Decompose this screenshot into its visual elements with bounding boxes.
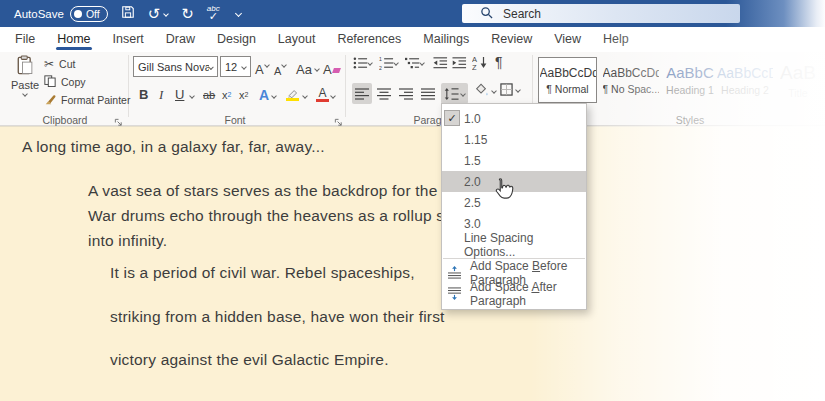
numbering-button[interactable]: 12 — [379, 56, 398, 70]
borders-dropdown-icon — [515, 87, 521, 93]
menu-item-1-0[interactable]: ✓ 1.0 — [442, 108, 586, 129]
numbering-dropdown-icon — [393, 60, 399, 66]
font-color-button[interactable]: A — [316, 84, 329, 105]
spellcheck-icon[interactable]: abc✓ — [207, 6, 223, 22]
grow-font-button[interactable]: A — [255, 56, 269, 77]
undo-dropdown-icon[interactable] — [163, 11, 169, 17]
undo-button[interactable]: ↺ — [148, 6, 169, 21]
increase-indent-button[interactable] — [452, 56, 467, 70]
bold-button[interactable]: B — [139, 84, 148, 105]
tab-draw[interactable]: Draw — [155, 27, 206, 52]
clear-formatting-button[interactable]: A — [323, 56, 340, 77]
group-separator — [345, 55, 346, 117]
bullets-dropdown-icon — [367, 60, 373, 66]
italic-button[interactable]: I — [159, 84, 163, 105]
menu-item-1-5[interactable]: 1.5 — [442, 150, 586, 171]
paste-label: Paste — [11, 79, 39, 91]
shrink-font-button[interactable]: A — [274, 56, 286, 77]
tab-design[interactable]: Design — [206, 27, 267, 52]
word-window: AutoSave Off ↺ ↻ abc✓ — [0, 0, 825, 401]
underline-dropdown-icon[interactable] — [189, 93, 195, 99]
doc-paragraph-1: A long time ago, in a galaxy far, far, a… — [22, 138, 325, 156]
font-size-dropdown-icon — [241, 64, 247, 70]
change-case-button[interactable]: Aa — [296, 56, 319, 77]
scissors-icon: ✂ — [44, 57, 54, 71]
shading-button[interactable] — [474, 83, 496, 98]
font-group-label: Font — [195, 114, 275, 126]
tab-insert[interactable]: Insert — [102, 27, 155, 52]
subscript-button[interactable]: x2 — [222, 84, 231, 105]
superscript-button[interactable]: x2 — [239, 84, 248, 105]
hand-cursor-icon — [492, 176, 514, 202]
text-effects-dropdown-icon[interactable] — [271, 93, 277, 99]
line-spacing-button[interactable] — [441, 83, 468, 104]
shading-dropdown-icon — [491, 88, 497, 94]
multilevel-list-button[interactable] — [405, 56, 424, 70]
search-icon — [480, 5, 493, 23]
cut-button[interactable]: ✂ Cut — [44, 57, 75, 71]
document-canvas[interactable]: A long time ago, in a galaxy far, far, a… — [0, 126, 825, 401]
tab-review[interactable]: Review — [480, 27, 543, 52]
doc-paragraph-3-line-2: striking from a hidden base, have won th… — [110, 308, 445, 326]
customize-qat-icon[interactable] — [235, 10, 242, 17]
search-input[interactable] — [503, 7, 703, 21]
menu-item-2-0[interactable]: 2.0 — [442, 171, 586, 192]
justify-button[interactable] — [418, 83, 438, 104]
font-name-select[interactable]: Gill Sans Nova Li — [133, 56, 218, 77]
add-space-before-icon — [447, 266, 462, 282]
save-icon[interactable] — [121, 5, 135, 23]
line-spacing-menu: ✓ 1.0 1.15 1.5 2.0 2.5 3.0 Line Spacing … — [441, 103, 587, 310]
highlight-button[interactable] — [286, 84, 299, 105]
checkmark-icon: ✓ — [444, 110, 460, 126]
autosave-toggle[interactable]: Off — [70, 6, 108, 22]
ribbon-tabs: File Home Insert Draw Design Layout Refe… — [0, 27, 825, 52]
title-bar: AutoSave Off ↺ ↻ abc✓ — [0, 0, 825, 27]
style-heading-1[interactable]: AaBbC Heading 1 — [664, 57, 716, 103]
borders-button[interactable] — [500, 83, 520, 96]
svg-text:2: 2 — [379, 65, 382, 70]
strikethrough-button[interactable]: ab — [203, 84, 215, 105]
doc-paragraph-2-line-2: War drums echo through the heavens as a … — [88, 207, 480, 225]
search-box[interactable] — [462, 4, 740, 23]
line-spacing-dropdown-icon — [460, 91, 466, 97]
decrease-indent-button[interactable] — [433, 56, 448, 70]
tab-layout[interactable]: Layout — [267, 27, 327, 52]
align-right-button[interactable] — [396, 83, 416, 104]
menu-item-add-space-after[interactable]: Add Space After Paragraph — [442, 283, 586, 304]
align-left-button[interactable] — [352, 83, 372, 104]
styles-group-label: Styles — [640, 114, 740, 126]
redo-icon[interactable]: ↻ — [181, 6, 194, 21]
font-color-swatch — [316, 99, 329, 102]
style-normal[interactable]: AaBbCcDd ¶ Normal — [538, 57, 597, 103]
menu-item-2-5[interactable]: 2.5 — [442, 192, 586, 213]
show-paragraph-marks-button[interactable]: ¶ — [495, 54, 503, 70]
align-center-button[interactable] — [374, 83, 394, 104]
tab-help[interactable]: Help — [592, 27, 640, 52]
style-title[interactable]: AaB Title — [772, 57, 824, 103]
menu-item-1-15[interactable]: 1.15 — [442, 129, 586, 150]
style-heading-2[interactable]: AaBbCcD Heading 2 — [719, 57, 771, 103]
font-size-select[interactable]: 12 — [220, 56, 251, 77]
tab-view[interactable]: View — [543, 27, 592, 52]
clipboard-icon — [17, 55, 34, 78]
style-no-spacing[interactable]: AaBbCcDd ¶ No Spac... — [601, 57, 660, 103]
menu-item-line-spacing-options[interactable]: Line Spacing Options... — [442, 234, 586, 255]
format-painter-button[interactable]: Format Painter — [44, 93, 130, 107]
paste-dropdown-icon[interactable] — [22, 91, 28, 97]
tab-home[interactable]: Home — [46, 27, 101, 52]
tab-mailings[interactable]: Mailings — [412, 27, 480, 52]
text-effects-button[interactable]: A — [259, 84, 269, 105]
undo-icon: ↺ — [148, 6, 161, 21]
highlight-dropdown-icon[interactable] — [302, 93, 308, 99]
bullets-button[interactable] — [353, 56, 372, 70]
font-color-dropdown-icon[interactable] — [330, 93, 336, 99]
tab-file[interactable]: File — [4, 27, 46, 52]
paste-button[interactable]: Paste — [7, 55, 43, 111]
svg-text:1: 1 — [379, 56, 382, 62]
copy-button[interactable]: Copy — [44, 75, 86, 89]
tab-references[interactable]: References — [326, 27, 412, 52]
sort-button[interactable]: AZ — [472, 55, 488, 70]
group-separator — [128, 55, 129, 117]
doc-paragraph-3-line-1: It is a period of civil war. Rebel space… — [110, 264, 415, 282]
underline-button[interactable]: U — [175, 84, 184, 105]
